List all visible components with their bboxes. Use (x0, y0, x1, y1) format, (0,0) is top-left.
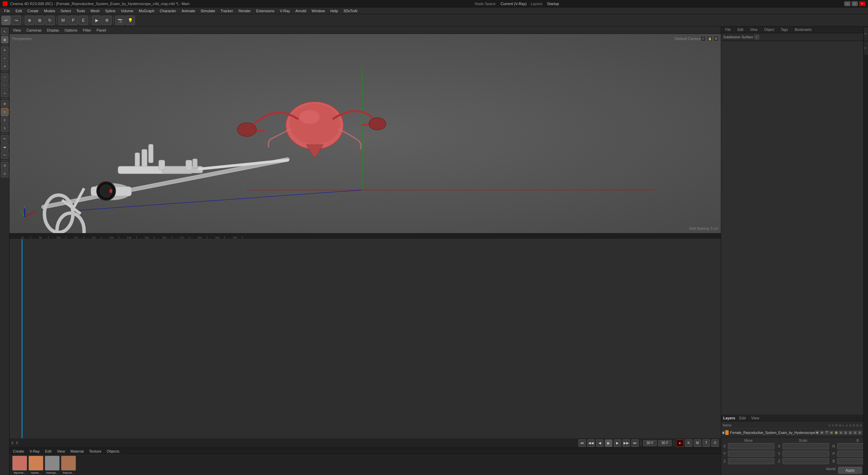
viewport-maximize[interactable]: ⤢ (701, 36, 706, 41)
display-menu[interactable]: Display (45, 28, 60, 33)
undo-button[interactable]: ↩ (1, 16, 11, 25)
current-frame-field[interactable] (643, 440, 657, 446)
material-thumb-1[interactable] (28, 456, 43, 471)
render-button[interactable]: ▶ (92, 16, 101, 25)
mat-menu-texture[interactable]: Texture (88, 449, 103, 454)
move-button[interactable]: ⊕ (25, 16, 34, 25)
viewport-settings[interactable]: ⚙ (713, 36, 719, 41)
layer-icon-gen[interactable]: G (844, 431, 848, 435)
sz-field[interactable] (783, 458, 829, 464)
x-field[interactable] (728, 443, 774, 449)
deformer-tool[interactable]: S (1, 108, 8, 116)
y-field[interactable] (728, 451, 774, 457)
maximize-button[interactable]: □ (852, 1, 858, 6)
layer-expand-icon[interactable]: ▶ (723, 431, 725, 434)
menu-item-character[interactable]: Character (157, 8, 179, 14)
array-tool[interactable]: ⊞ (1, 100, 8, 108)
rsi-1[interactable]: ||| (864, 27, 868, 41)
light-button[interactable]: 💡 (125, 16, 135, 25)
layer-icon-def[interactable]: D (848, 431, 852, 435)
layer-icon-extra[interactable]: X (858, 431, 862, 435)
menu-item-file[interactable]: File (1, 8, 13, 14)
material-item-1[interactable]: Hyster... (28, 456, 43, 474)
next-key[interactable]: ▶▶ (623, 439, 630, 447)
close-button[interactable]: ✕ (859, 1, 865, 6)
minimize-button[interactable]: ─ (844, 1, 850, 6)
z-field[interactable] (728, 458, 774, 464)
go-to-start[interactable]: ⏮ (578, 439, 586, 447)
mat-menu-v-ray[interactable]: V-Ray (28, 449, 41, 454)
material-item-3[interactable]: Reprod... (61, 456, 76, 474)
layer-row-female-reproductive[interactable]: ▶ Female_Reproductive_System_Exam_by_Hys… (721, 429, 863, 436)
motion-track[interactable]: T (703, 439, 710, 447)
node-tab-bookmarks[interactable]: Bookmarks (793, 27, 814, 32)
edge-mode[interactable]: E (79, 16, 88, 25)
node-tab-view[interactable]: View (748, 27, 760, 32)
menu-item-render[interactable]: Render (236, 8, 253, 14)
menu-item-create[interactable]: Create (25, 8, 41, 14)
select-tool[interactable]: ↖ (1, 28, 8, 35)
filter-menu[interactable]: Filter (81, 28, 92, 33)
layer-icon-exp[interactable]: E (853, 431, 857, 435)
live-select[interactable]: ◉ (1, 36, 8, 43)
subdivision-tag[interactable]: ✓ (754, 35, 759, 39)
node-tab-edit[interactable]: Edit (735, 27, 745, 32)
node-tab-object[interactable]: Object (762, 27, 776, 32)
3d-viewport[interactable]: Perspective Default Camera** ⤢ 🔒 ⚙ X Z Y (9, 34, 721, 233)
menu-item-mesh[interactable]: Mesh (88, 8, 102, 14)
menu-item-tools[interactable]: Tools (74, 8, 88, 14)
menu-item-tracker[interactable]: Tracker (218, 8, 236, 14)
menu-item-animate[interactable]: Animate (179, 8, 198, 14)
redo-button[interactable]: ↪ (12, 16, 21, 25)
node-tab-tags[interactable]: Tags (779, 27, 790, 32)
record-button[interactable]: ● (676, 439, 684, 447)
rotate-button[interactable]: ↻ (45, 16, 55, 25)
timeline-body[interactable] (9, 239, 721, 438)
menu-item-select[interactable]: Select (58, 8, 74, 14)
layer-icon-solo[interactable]: ◉ (815, 431, 819, 435)
mat-menu-create[interactable]: Create (12, 449, 25, 454)
mat-menu-edit[interactable]: Edit (44, 449, 53, 454)
material-thumb-3[interactable] (61, 456, 76, 471)
menu-item-window[interactable]: Window (309, 8, 328, 14)
mat-menu-objects[interactable]: Objects (105, 449, 121, 454)
point-mode[interactable]: P (68, 16, 78, 25)
paint-tool[interactable]: ✏ (1, 135, 8, 142)
rotate-tool[interactable]: ↺ (1, 63, 8, 70)
menu-item-v-ray[interactable]: V-Ray (277, 8, 293, 14)
menu-item-edit[interactable]: Edit (13, 8, 25, 14)
next-frame[interactable]: ▶ (614, 439, 621, 447)
node-editor-viewport[interactable] (721, 41, 863, 415)
layer-icon-anim[interactable]: A (839, 431, 843, 435)
play-button[interactable]: ▶ (605, 439, 612, 447)
layer-icon-render[interactable]: 🎬 (825, 431, 829, 435)
motion-clip[interactable]: M (694, 439, 701, 447)
material-item-0[interactable]: Myomet... (12, 456, 27, 474)
layers-view-tab[interactable]: View (750, 416, 761, 420)
settings-btn[interactable]: ⊙ (1, 170, 8, 177)
menu-item-3dstoai[interactable]: 3DsToAI (341, 8, 360, 14)
view-menu[interactable]: View (12, 28, 22, 33)
menu-item-mograph[interactable]: MoGraph (136, 8, 157, 14)
apply-button[interactable]: Apply (838, 467, 862, 474)
menu-item-arnold[interactable]: Arnold (293, 8, 309, 14)
go-to-end[interactable]: ⏭ (631, 439, 639, 447)
timeline-ruler[interactable]: 081624324048566472808896 (9, 233, 721, 239)
mat-menu-material[interactable]: Material (69, 449, 85, 454)
spline-tool[interactable]: ∿ (1, 90, 8, 97)
window-controls[interactable]: ─ □ ✕ (844, 1, 865, 6)
rsi-2[interactable]: ||| (864, 41, 868, 55)
menu-item-modes[interactable]: Modes (41, 8, 58, 14)
panel-menu[interactable]: Panel (95, 28, 107, 33)
viewport-lock[interactable]: 🔒 (707, 36, 712, 41)
sy-field[interactable] (783, 451, 829, 457)
weight-tool[interactable]: ⚖ (1, 162, 8, 169)
prev-key[interactable]: ◀◀ (587, 439, 595, 447)
max-frame-field[interactable] (658, 440, 672, 446)
auto-key[interactable]: K (685, 439, 692, 447)
menu-item-extensions[interactable]: Extensions (253, 8, 277, 14)
menu-item-spline[interactable]: Spline (102, 8, 118, 14)
sx-field[interactable] (783, 443, 829, 449)
cube-primitive[interactable]: □ (1, 73, 8, 81)
layer-icon-lock[interactable]: 🔒 (834, 431, 838, 435)
